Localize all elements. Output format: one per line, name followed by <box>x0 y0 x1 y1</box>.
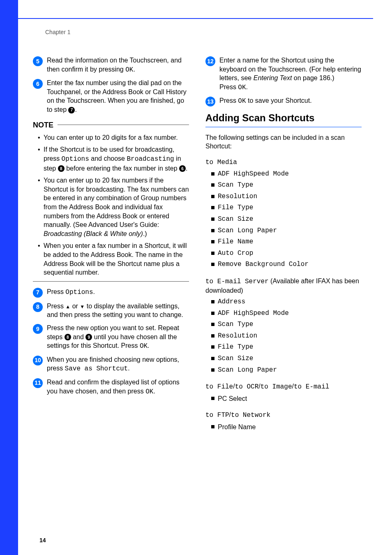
step-8: 8 Press ▲ or ▼ to display the available … <box>33 302 189 319</box>
sub3-item: PC Select <box>211 394 362 403</box>
step-7-body: Press Options. <box>47 287 189 297</box>
ref-badge-6: 6 <box>179 165 186 172</box>
note-list: You can enter up to 20 digits for a fax … <box>33 133 189 277</box>
section-rule <box>205 127 362 127</box>
step-12-ok: OK <box>238 84 246 91</box>
sub3-label: to File/to OCR/to Image/to E-mail <box>205 382 362 392</box>
sub4-label: to FTP/to Network <box>205 410 362 420</box>
step-10-c: . <box>128 365 129 372</box>
note-c: You can enter up to 20 fax numbers if th… <box>39 176 189 238</box>
note-b: If the Shortcut is to be used for broadc… <box>39 145 189 173</box>
step-badge-11: 11 <box>33 378 43 388</box>
step-13: 13 Press OK to save your Shortcut. <box>205 96 362 106</box>
step-9: 9 Press the new option you want to set. … <box>33 324 189 351</box>
sub1-item: Scan Long Paper <box>211 227 362 236</box>
step-7-a: Press <box>47 288 65 295</box>
sub1-item: Resolution <box>211 192 362 201</box>
sub2-item: Scan Size <box>211 354 362 363</box>
step-10-save: Save as Shortcut <box>65 365 128 372</box>
sub2-item: Scan Type <box>211 320 362 329</box>
step-5-text-c: . <box>133 66 135 73</box>
sub4-item: Profile Name <box>211 423 362 432</box>
sub2-label-a: to E-mail Server <box>205 278 269 285</box>
step-6-text-a: Enter the fax number using the dial pad … <box>47 79 187 113</box>
note-c-italic: Broadcasting (Black & White only) <box>44 230 143 237</box>
note-b-options: Options <box>62 155 89 163</box>
right-column: 12 Enter a name for the Shortcut using t… <box>205 52 362 434</box>
note-header: NOTE <box>33 120 189 130</box>
sub2-item: Scan Long Paper <box>211 366 362 375</box>
ref-badge-8b: 8 <box>65 334 71 340</box>
sub3-c: to Image <box>261 383 292 391</box>
step-13-body: Press OK to save your Shortcut. <box>219 96 362 106</box>
sub4-b: to Network <box>231 412 270 419</box>
side-accent-bar <box>0 0 18 555</box>
step-13-ok: OK <box>238 97 246 105</box>
page-number: 14 <box>39 537 46 543</box>
step-12-body: Enter a name for the Shortcut using the … <box>219 56 362 92</box>
sub1-item: Scan Size <box>211 215 362 224</box>
sub1-label: to Media <box>205 158 362 167</box>
two-column-layout: 5 Read the information on the Touchscree… <box>33 52 362 434</box>
sub2-item: Resolution <box>211 332 362 341</box>
step-6-text-b: . <box>75 106 76 113</box>
step-badge-12: 12 <box>205 56 215 66</box>
step-11: 11 Read and confirm the displayed list o… <box>33 378 189 396</box>
step-9-body: Press the new option you want to set. Re… <box>47 324 189 351</box>
note-b-broadcasting: Broadcasting <box>127 155 174 163</box>
section-heading: Adding Scan Shortcuts <box>205 111 362 125</box>
step-9-mid: and <box>71 333 86 340</box>
sub3-a: to File <box>205 383 233 391</box>
step-5-ok: OK <box>125 66 133 74</box>
note-rule <box>58 125 189 125</box>
step-5: 5 Read the information on the Touchscree… <box>33 56 189 74</box>
note-d: When you enter a fax number in a Shortcu… <box>39 241 189 277</box>
sub1-item: File Type <box>211 204 362 213</box>
step-10: 10 When you are finished choosing new op… <box>33 355 189 374</box>
step-7-c: . <box>93 288 95 295</box>
chapter-label: Chapter 1 <box>45 29 362 35</box>
sub4-a: to FTP <box>205 412 229 419</box>
sub4-list: Profile Name <box>205 423 362 432</box>
left-column: 5 Read the information on the Touchscree… <box>33 52 189 434</box>
top-accent-rule <box>18 18 373 19</box>
up-arrow-icon: ▲ <box>65 304 70 310</box>
page-content: Chapter 1 5 Read the information on the … <box>29 25 366 543</box>
sub1-item: Auto Crop <box>211 249 362 258</box>
note-a: You can enter up to 20 digits for a fax … <box>39 133 189 142</box>
down-arrow-icon: ▼ <box>80 304 85 310</box>
step-8-body: Press ▲ or ▼ to display the available se… <box>47 302 189 319</box>
sub2-item: File Type <box>211 343 362 352</box>
step-badge-13: 13 <box>205 97 215 106</box>
step-8-mid1: or <box>70 303 80 310</box>
step-11-ok: OK <box>145 388 153 395</box>
step-7-options: Options <box>65 289 93 296</box>
step-13-a: Press <box>219 97 238 104</box>
ref-badge-7: 7 <box>68 107 75 113</box>
sub3-b: to OCR <box>235 383 259 391</box>
sub1-item: Remove Background Color <box>211 260 362 269</box>
sub1-item: ADF HighSpeed Mode <box>211 170 362 179</box>
note-label: NOTE <box>33 120 53 130</box>
step-badge-7: 7 <box>33 288 43 298</box>
step-badge-10: 10 <box>33 356 43 365</box>
step-11-body: Read and confirm the displayed list of o… <box>47 378 189 396</box>
step-10-body: When you are finished choosing new optio… <box>47 355 189 374</box>
step-6: 6 Enter the fax number using the dial pa… <box>33 79 189 114</box>
section-lead: The following settings can be included i… <box>205 133 362 151</box>
sub2-item: ADF HighSpeed Mode <box>211 309 362 318</box>
sub1-item: Scan Type <box>211 181 362 190</box>
step-11-a: Read and confirm the displayed list of o… <box>47 379 180 395</box>
note-b-d: before entering the fax number in step <box>65 165 179 172</box>
step-13-b: to save your Shortcut. <box>246 97 312 104</box>
sub1-item: File Name <box>211 238 362 247</box>
step-12-d: . <box>246 83 248 90</box>
step-9-ok: OK <box>140 342 148 350</box>
step-5-text-a: Read the information on the Touchscreen,… <box>47 57 182 73</box>
sub1-list: ADF HighSpeed Mode Scan Type Resolution … <box>205 170 362 269</box>
sub2-item: Address <box>211 298 362 307</box>
ref-badge-9: 9 <box>85 334 92 340</box>
step-8-a: Press <box>47 303 65 310</box>
step-9-c: . <box>148 342 149 349</box>
ref-badge-8: 8 <box>58 165 65 172</box>
